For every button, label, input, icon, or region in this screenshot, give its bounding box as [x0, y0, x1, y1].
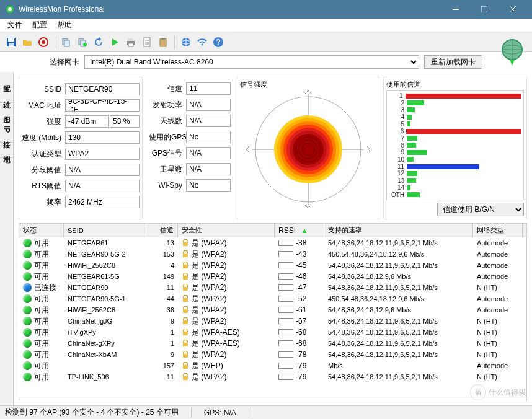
channel-bar-label: 9	[389, 149, 407, 156]
svg-rect-46	[183, 242, 188, 246]
gps-label: 使用的GPS	[149, 132, 186, 143]
col-rssi-header[interactable]: RSSI▲	[275, 224, 324, 237]
connection-fields-right: 信道11 发射功率N/A 天线数N/A 使用的GPSNo GPS信号N/A 卫星…	[146, 77, 233, 219]
toolbar: ?	[0, 32, 532, 52]
svg-rect-47	[183, 254, 188, 257]
frag-value: N/A	[65, 164, 140, 176]
status-text: 可用	[34, 260, 49, 271]
network-row[interactable]: 可用NETGEAR61-5G149是 (WPA2)-4654,48,36,24,…	[19, 271, 526, 282]
channel-bar	[407, 121, 410, 126]
network-row[interactable]: 可用NETGEAR90-5G-2153是 (WPA2)-43450,54,48,…	[19, 249, 526, 260]
ssid-cell: TP-LINK_506	[64, 373, 148, 381]
rates-cell: 54,48,36,24,18,12,11,9,6,5,2,1 Mb/s	[324, 317, 473, 325]
tab-ip[interactable]: IP 连接	[0, 118, 13, 143]
security-cell: 是 (WPA2)	[178, 372, 275, 382]
channel-bar-label: 1	[389, 92, 406, 99]
network-row[interactable]: 可用TP-LINK_50611是 (WPA2)-7954,48,36,24,18…	[19, 371, 526, 382]
col-channel-header[interactable]: 信道	[148, 224, 178, 237]
clipboard-icon[interactable]	[156, 35, 171, 50]
frag-label: 分段阈值	[22, 165, 65, 175]
col-ssid-header[interactable]: SSID	[64, 224, 148, 237]
network-row[interactable]: 可用NETGEAR90-5G-144是 (WPA2)-52450,54,48,3…	[19, 293, 526, 304]
network-row[interactable]: 可用157是 (WEP)-79 Mb/sAutomode	[19, 360, 526, 371]
tab-map[interactable]: 地图	[0, 143, 13, 158]
col-status-header[interactable]: 状态	[19, 224, 64, 237]
menu-config[interactable]: 配置	[27, 19, 52, 32]
svg-rect-57	[183, 365, 188, 369]
maximize-button[interactable]	[470, 0, 499, 19]
radar-title: 信号强度	[240, 80, 376, 89]
refresh-icon[interactable]	[91, 35, 106, 50]
channel-bar-row: 8	[389, 142, 521, 149]
main-area: 配置 统计 图形 IP 连接 地图 SSIDNETGEAR90 MAC 地址9C…	[0, 72, 532, 405]
status-dot-icon	[23, 239, 32, 247]
target-icon[interactable]	[36, 35, 51, 50]
col-rates-header[interactable]: 支持的速率	[324, 224, 473, 237]
sort-asc-icon: ▲	[301, 226, 308, 235]
watermark-badge-icon: 值	[470, 384, 486, 400]
ssid-cell: NETGEAR90-5G-1	[64, 295, 148, 302]
network-row[interactable]: 可用HiWiFi_2562C836是 (WPA2)-6154,48,36,24,…	[19, 304, 526, 315]
type-cell: N (HT)	[473, 284, 523, 291]
col-security-header[interactable]: 安全性	[178, 224, 275, 237]
security-cell: 是 (WPA-AES)	[178, 338, 275, 349]
status-text: 可用	[34, 305, 49, 315]
save-icon[interactable]	[4, 35, 19, 50]
sat-label: 卫星数	[149, 164, 186, 175]
col-type-header[interactable]: 网络类型	[473, 224, 523, 237]
status-text: 可用	[34, 249, 49, 260]
channel-cell: 36	[148, 306, 178, 314]
app-title: WirelessMon Professional	[19, 5, 441, 14]
channel-cell: 9	[148, 351, 178, 358]
play-icon[interactable]	[107, 35, 122, 50]
adapter-select[interactable]: Intel(R) Dual Band Wireless-AC 8260	[84, 55, 419, 69]
network-row[interactable]: 已连接NETGEAR9011是 (WPA2)-4754,48,36,24,18,…	[19, 282, 526, 293]
status-dot-icon	[23, 317, 32, 325]
print-icon[interactable]	[123, 35, 138, 50]
channel-mode-select[interactable]: 信道使用 B/G/N	[437, 203, 524, 216]
help-icon[interactable]: ?	[211, 35, 226, 50]
rssi-cell: -38	[275, 239, 324, 247]
network-row[interactable]: 可用ChinaNet-jgJG9是 (WPA2)-6754,48,36,24,1…	[19, 315, 526, 327]
network-row[interactable]: 可用HiWiFi_2562C84是 (WPA2)-4554,48,36,24,1…	[19, 260, 526, 271]
rates-cell: 54,48,36,24,18,12,11,9,6,5,2,1 Mb/s	[324, 329, 473, 336]
rssi-cell: -79	[275, 361, 324, 370]
channel-bar	[407, 171, 417, 176]
status-text: 可用	[34, 327, 49, 338]
svg-rect-24	[161, 38, 165, 40]
wifi-icon[interactable]	[195, 35, 210, 50]
tab-config[interactable]: 配置	[0, 72, 13, 87]
svg-rect-50	[183, 287, 188, 291]
channel-bar-label: 3	[389, 107, 407, 113]
rssi-cell: -68	[275, 328, 324, 337]
document-icon[interactable]	[140, 35, 154, 50]
channel-bar-label: 14	[389, 184, 407, 191]
upper-panels: SSIDNETGEAR90 MAC 地址9C-3D-CF-4D-15-DF 强度…	[19, 77, 527, 219]
type-cell: Automode	[473, 273, 523, 280]
copy-icon[interactable]	[59, 35, 74, 50]
network-icon[interactable]	[179, 35, 193, 50]
network-row[interactable]: 可用iTV-gXPy1是 (WPA-AES)-6854,48,36,24,18,…	[19, 327, 526, 338]
folder-icon[interactable]	[20, 35, 35, 50]
log-icon[interactable]	[75, 35, 90, 50]
tab-graph[interactable]: 图形	[0, 103, 13, 118]
watermark-text: 什么值得买	[489, 387, 526, 398]
close-button[interactable]	[499, 0, 527, 19]
svg-rect-54	[183, 332, 188, 335]
channel-bar-row: 7	[389, 135, 521, 142]
network-row[interactable]: 可用ChinaNet-XbAM9是 (WPA2)-7854,48,36,24,1…	[19, 349, 526, 360]
network-row[interactable]: 可用NETGEAR6113是 (WPA2)-3854,48,36,24,18,1…	[19, 237, 526, 249]
tab-stats[interactable]: 统计	[0, 87, 13, 103]
svg-rect-56	[183, 354, 188, 358]
security-cell: 是 (WPA2)	[178, 260, 275, 271]
security-cell: 是 (WPA2)	[178, 294, 275, 304]
reload-adapters-button[interactable]: 重新加载网卡	[424, 55, 482, 69]
type-cell: Automode	[473, 362, 523, 369]
menu-file[interactable]: 文件	[2, 19, 27, 32]
menu-help[interactable]: 帮助	[52, 19, 77, 32]
status-text: 可用	[34, 238, 49, 249]
svg-point-1	[8, 7, 12, 11]
minimize-button[interactable]	[441, 0, 470, 19]
network-row[interactable]: 可用ChinaNet-gXPy1是 (WPA-AES)-6854,48,36,2…	[19, 338, 526, 349]
rssi-cell: -52	[275, 294, 324, 303]
